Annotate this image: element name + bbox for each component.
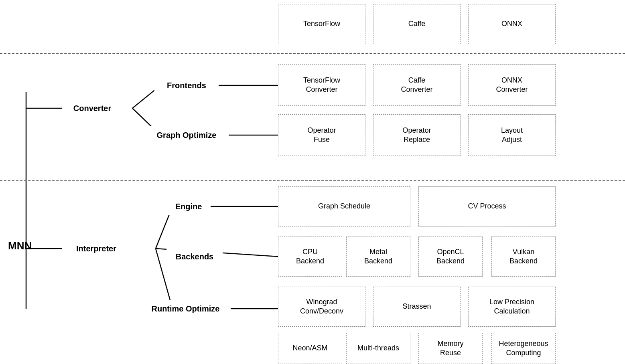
- graph-optimize-label: Graph Optimize: [144, 126, 229, 144]
- operator-fuse-box: OperatorFuse: [278, 114, 365, 156]
- converter-label: Converter: [62, 99, 122, 117]
- low-precision-box: Low PrecisionCalculation: [468, 287, 556, 327]
- interpreter-label: Interpreter: [62, 240, 130, 257]
- strassen-box: Strassen: [373, 287, 461, 327]
- caffe-converter-box: CaffeConverter: [373, 64, 461, 106]
- divider-top: [0, 53, 625, 54]
- backends-label: Backends: [166, 248, 223, 265]
- layout-adjust-box: LayoutAdjust: [468, 114, 556, 156]
- heterogeneous-box: HeterogeneousComputing: [491, 333, 556, 364]
- neon-asm-box: Neon/ASM: [278, 333, 342, 364]
- onnx-converter-box: ONNXConverter: [468, 64, 556, 106]
- winograd-box: WinogradConv/Deconv: [278, 287, 365, 327]
- mnn-architecture-diagram: MNN Converter Frontends Graph Optimize I…: [0, 0, 625, 364]
- vulkan-backend-box: VulkanBackend: [491, 237, 556, 277]
- multi-threads-box: Multi-threads: [346, 333, 410, 364]
- runtime-optimize-label: Runtime Optimize: [140, 300, 231, 317]
- opencl-backend-box: OpenCLBackend: [418, 237, 483, 277]
- divider-middle: [0, 180, 625, 181]
- tensorflow-converter-box: TensorFlowConverter: [278, 64, 365, 106]
- metal-backend-box: MetalBackend: [346, 237, 410, 277]
- graph-schedule-box: Graph Schedule: [278, 186, 410, 226]
- memory-reuse-box: MemoryReuse: [418, 333, 483, 364]
- cv-process-box: CV Process: [418, 186, 556, 226]
- onnx-top-box: ONNX: [468, 4, 556, 44]
- caffe-top-box: Caffe: [373, 4, 461, 44]
- engine-label: Engine: [166, 198, 211, 215]
- tensorflow-top-box: TensorFlow: [278, 4, 365, 44]
- operator-replace-box: OperatorReplace: [373, 114, 461, 156]
- mnn-label: MNN: [8, 240, 32, 252]
- cpu-backend-box: CPUBackend: [278, 237, 342, 277]
- frontends-label: Frontends: [154, 77, 219, 94]
